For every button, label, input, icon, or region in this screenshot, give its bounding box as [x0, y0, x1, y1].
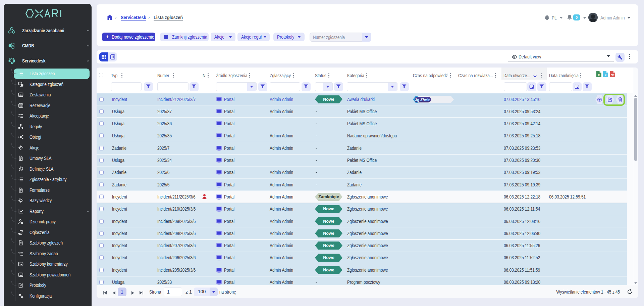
svg-text:PDF: PDF	[611, 74, 614, 76]
svg-text:x: x	[605, 73, 606, 77]
svg-text:x: x	[598, 73, 600, 77]
